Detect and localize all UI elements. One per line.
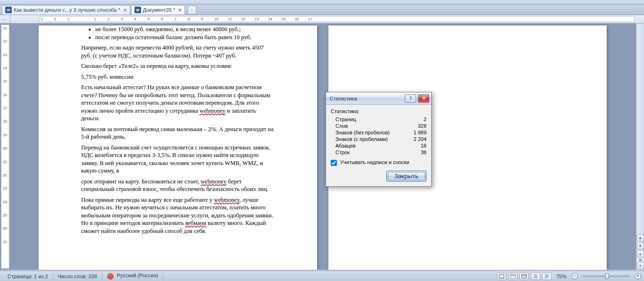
bullet-item: после перевода остаточный баланс должен … [95, 33, 275, 41]
next-page-button[interactable]: ▾ [637, 262, 644, 269]
prev-page-button[interactable]: ▴ [637, 250, 644, 257]
language-icon [107, 273, 114, 280]
status-language[interactable]: Русский (Россия) [102, 272, 163, 280]
vertical-scrollbar[interactable]: ▲ ▼ ▴ ● ▾ [636, 24, 644, 270]
stat-value: 38 [408, 149, 427, 155]
stat-label: Знаков (с пробелами) [335, 136, 408, 142]
paragraph: 5,75% руб. комиссии [81, 73, 275, 81]
stat-value: 1 889 [408, 130, 427, 135]
stat-row: Знаков (с пробелами)2 204 [331, 136, 427, 142]
word-icon: W [5, 7, 12, 13]
zoom-level[interactable]: 75% [556, 273, 567, 279]
stat-row: Знаков (без пробелов)1 889 [331, 129, 427, 136]
help-button[interactable]: ? [405, 94, 416, 103]
paragraph: Есть начальный аттестат? На руках все да… [81, 83, 275, 123]
stat-row: Страниц2 [331, 116, 427, 123]
paragraph: Пока прямые переводы на карту все еще ра… [81, 196, 275, 235]
spelling-underline: вебмани [185, 220, 206, 226]
svg-rect-0 [499, 274, 504, 278]
dialog-title: Статистика [330, 96, 403, 101]
bullet-list: не более 15000 руб. ежедневно, в месяц м… [95, 25, 275, 41]
scroll-up-button[interactable]: ▲ [637, 234, 644, 241]
zoom-out-button[interactable]: − [571, 273, 578, 280]
document-tab-bar: W Как вывести деньги с...у 3 лучших спос… [0, 5, 644, 15]
paragraph: Комиссия за почтовый перевод самая мален… [81, 125, 275, 141]
include-footnotes-checkbox[interactable] [331, 160, 337, 166]
stat-label: Знаков (без пробелов) [335, 130, 408, 135]
stat-label: Абзацев [335, 143, 408, 149]
view-web-layout-button[interactable] [519, 273, 529, 280]
doc-tab-1[interactable]: W Документ20 * ✕ [131, 5, 185, 15]
vertical-ruler[interactable]: 1112131415161718192021222324252627 [1, 25, 9, 269]
stat-row: Абзацев18 [331, 142, 427, 149]
close-icon[interactable]: ✕ [178, 8, 182, 13]
new-tab-button[interactable]: ▫ [188, 6, 196, 14]
dialog-body: Статистика: Страниц2Слов328Знаков (без п… [326, 105, 431, 186]
paragraph: срок отправит на карту. Беспокоиться не … [81, 178, 275, 193]
zoom-in-button[interactable]: + [635, 273, 641, 280]
bullet-item: не более 15000 руб. ежедневно, в месяц м… [95, 25, 275, 33]
stat-value: 2 204 [408, 136, 427, 142]
checkbox-label: Учитывать надписи и сноски [340, 159, 409, 165]
dialog-heading: Статистика: [331, 108, 427, 114]
close-icon[interactable]: ✕ [123, 8, 127, 13]
doc-tab-0[interactable]: W Как вывести деньги с...у 3 лучших спос… [2, 5, 130, 15]
spelling-underline: webmoney [200, 107, 226, 114]
spelling-underline: webmoney [201, 178, 226, 185]
stat-row: Строк38 [331, 149, 427, 156]
stat-label: Слов [335, 123, 408, 129]
workspace: 1112131415161718192021222324252627 не бо… [0, 24, 644, 270]
close-icon[interactable]: ✕ [418, 94, 429, 103]
paragraph: Сколько берет «Теле2» за перевод на карт… [81, 62, 275, 70]
dialog-titlebar[interactable]: Статистика ? ✕ [326, 92, 431, 105]
stat-row: Слов328 [331, 123, 427, 129]
stat-value: 328 [408, 123, 427, 129]
window-titlebar [0, 0, 644, 5]
stat-value: 18 [408, 143, 427, 149]
language-label: Русский (Россия) [117, 273, 158, 278]
paragraph: Например, если надо перевести 4000 рубле… [81, 44, 275, 59]
view-print-layout-button[interactable] [497, 273, 506, 280]
horizontal-ruler-area: ⌐ 3211234567891011121314151617 [0, 15, 644, 24]
stat-value: 2 [408, 116, 427, 122]
paragraph: Перевод на банковский счет осуществляетс… [81, 144, 275, 175]
ruler-corner[interactable]: ⌐ [0, 15, 10, 23]
status-right: 75% − + [497, 273, 641, 280]
stat-label: Строк [335, 149, 408, 155]
word-icon: W [134, 7, 141, 13]
spelling-underline: webmoney [214, 197, 239, 203]
svg-rect-1 [510, 274, 516, 279]
zoom-slider[interactable] [583, 275, 630, 277]
close-button[interactable]: Закрыть [386, 171, 427, 182]
status-page[interactable]: Страница: 1 из 2 [3, 273, 53, 280]
view-draft-button[interactable] [542, 273, 552, 280]
tab-label: Документ20 * [143, 7, 175, 13]
svg-rect-3 [522, 274, 527, 278]
zoom-slider-thumb[interactable] [605, 273, 609, 279]
browse-object-button[interactable]: ● [637, 258, 644, 262]
page-1[interactable]: не более 15000 руб. ежедневно, в месяц м… [39, 25, 317, 270]
view-fullscreen-button[interactable] [508, 273, 518, 280]
scroll-down-button[interactable]: ▼ [637, 242, 644, 249]
horizontal-ruler[interactable]: 3211234567891011121314151617 [39, 16, 635, 22]
checkbox-row: Учитывать надписи и сноски [331, 159, 427, 166]
status-word-count[interactable]: Число слов: 328 [53, 273, 102, 280]
stat-label: Страниц [335, 116, 408, 122]
status-bar: Страница: 1 из 2 Число слов: 328 Русский… [0, 271, 644, 281]
statistics-dialog: Статистика ? ✕ Статистика: Страниц2Слов3… [326, 92, 432, 187]
view-outline-button[interactable] [531, 273, 540, 280]
document-area[interactable]: не более 15000 руб. ежедневно, в месяц м… [10, 24, 636, 270]
tab-label: Как вывести деньги с...у 3 лучших способ… [14, 7, 120, 13]
